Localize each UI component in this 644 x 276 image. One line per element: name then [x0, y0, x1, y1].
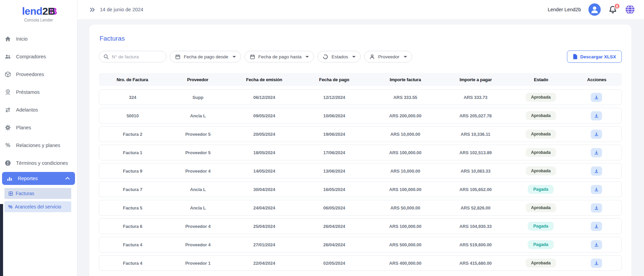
cell-importe-factura: ARS 10,000.00 — [370, 132, 441, 137]
cell-importe-pagar: ARS 52,826.00 — [441, 205, 510, 210]
download-icon — [594, 242, 599, 247]
cell-fecha-emision: 09/05/2024 — [230, 113, 299, 118]
terms-exclamation-icon — [4, 160, 11, 166]
cell-proveedor: Ancla L — [166, 187, 230, 192]
sidebar-item-planes[interactable]: Planes — [0, 119, 77, 136]
relations-percent-icon: % — [4, 142, 11, 149]
sidebar-item-label: Planes — [16, 125, 31, 130]
cell-proveedor: Proveedor 4 — [166, 224, 230, 229]
facturas-card: Facturas Fecha de pago desde — [89, 25, 631, 276]
filter-fecha-pago-desde[interactable]: Fecha de pago desde — [170, 51, 241, 62]
download-row-button[interactable] — [591, 166, 602, 176]
status-badge: Aprobada — [526, 111, 556, 120]
cell-fecha-emision: 30/04/2024 — [230, 187, 299, 192]
cell-nro-factura: Factura 9 — [99, 169, 166, 174]
table-row: Factura 4 Proveedor 4 27/01/2024 26/04/2… — [99, 237, 622, 252]
submenu-item-label: Aranceles del servicio — [15, 204, 61, 209]
col-header-estado: Estado — [510, 77, 571, 82]
filter-proveedor[interactable]: Proveedor — [364, 51, 412, 62]
cell-proveedor: Proveedor 4 — [166, 242, 230, 247]
chevron-down-icon — [233, 56, 236, 58]
filter-label: Fecha de pago hasta — [258, 54, 302, 59]
chevron-up-icon — [64, 175, 71, 182]
cell-proveedor: Proveedor 1 — [166, 261, 230, 266]
sidebar-item-compradores[interactable]: Compradores — [0, 48, 77, 66]
sidebar-item-reportes[interactable]: Reportes — [2, 172, 75, 185]
cell-importe-pagar: ARS 105,652.00 — [441, 187, 510, 192]
download-row-button[interactable] — [591, 259, 602, 268]
cell-proveedor: Proveedor 5 — [166, 132, 230, 137]
loans-coin-icon: $ — [4, 89, 11, 96]
status-badge: Aprobada — [526, 259, 556, 267]
status-badge: Aprobada — [526, 148, 556, 157]
cell-proveedor: Proveedor 4 — [166, 169, 230, 174]
table-row: Factura 9 Proveedor 4 14/05/2024 13/06/2… — [99, 163, 622, 179]
sidebar-item-label: Reportes — [18, 176, 38, 181]
cell-fecha-emision: 27/01/2024 — [230, 242, 299, 247]
download-row-button[interactable] — [591, 185, 602, 194]
table-row: Factura 7 Ancla L 30/04/2024 16/05/2024 … — [99, 181, 622, 197]
cell-nro-factura: Factura 1 — [99, 150, 166, 155]
download-row-button[interactable] — [591, 222, 602, 231]
suppliers-box-icon — [4, 71, 11, 78]
submenu-item-aranceles[interactable]: % Aranceles del servicio — [4, 201, 71, 212]
sidebar-item-prestamos[interactable]: $ Préstamos — [0, 83, 77, 101]
download-row-button[interactable] — [591, 93, 602, 102]
download-row-button[interactable] — [591, 203, 602, 213]
chevron-down-icon — [305, 56, 309, 58]
user-name: Lender Lend2b — [548, 7, 581, 12]
cell-importe-factura: ARS 100,000.00 — [370, 150, 441, 155]
invoice-search-box[interactable] — [99, 51, 166, 62]
table-body: 324 Supp 06/12/2024 12/12/2024 ARS 333.5… — [99, 89, 622, 271]
notifications-button[interactable]: 8 — [608, 5, 617, 14]
user-avatar[interactable] — [588, 3, 601, 16]
table-row: Factura 2 Proveedor 5 20/05/2024 19/06/2… — [99, 126, 622, 142]
download-xlsx-button[interactable]: Descargar XLSX — [567, 50, 622, 63]
invoices-grid-icon — [8, 191, 13, 196]
col-header-emision: Fecha de emisión — [229, 77, 299, 82]
cell-proveedor: Supp — [166, 95, 230, 100]
language-globe-button[interactable] — [625, 4, 635, 15]
cell-nro-factura: Factura 5 — [99, 205, 166, 210]
status-badge: Pagada — [528, 185, 554, 194]
download-row-button[interactable] — [591, 240, 602, 249]
cell-importe-factura: ARS 400,000.00 — [370, 261, 441, 266]
download-row-button[interactable] — [591, 111, 602, 120]
sidebar-item-terminos[interactable]: Términos y condiciones — [0, 154, 77, 172]
person-icon — [369, 54, 375, 60]
sidebar-expand-icon[interactable] — [89, 6, 96, 13]
status-badge: Aprobada — [526, 93, 556, 102]
col-header-proveedor: Proveedor — [166, 77, 229, 82]
document-icon — [573, 54, 578, 59]
cell-fecha-pago: 17/06/2024 — [299, 150, 370, 155]
brand-logo: lend2B Consola Lender — [0, 0, 77, 23]
submenu-item-facturas[interactable]: Facturas — [4, 188, 71, 199]
download-row-button[interactable] — [591, 148, 602, 157]
sidebar-scrollbar-thumb[interactable] — [0, 204, 3, 276]
cell-nro-factura: Factura 2 — [99, 132, 166, 137]
home-icon — [4, 35, 11, 42]
filter-fecha-pago-hasta[interactable]: Fecha de pago hasta — [244, 51, 314, 62]
cell-proveedor: Ancla L — [166, 113, 230, 118]
download-icon — [594, 261, 599, 266]
cell-proveedor: Ancla L — [166, 205, 230, 210]
sidebar-item-adelantos[interactable]: Adelantos — [0, 101, 77, 119]
cell-fecha-pago: 06/05/2024 — [299, 205, 370, 210]
filter-estados[interactable]: Estados — [317, 51, 361, 62]
download-icon — [594, 187, 599, 192]
cell-importe-factura: ARS 50,000.00 — [370, 205, 441, 210]
download-icon — [594, 205, 599, 210]
search-input[interactable] — [112, 54, 162, 59]
download-icon — [594, 169, 599, 174]
cell-importe-factura: ARS 500,000.00 — [370, 242, 441, 247]
cell-importe-pagar: ARS 519,600.00 — [441, 242, 510, 247]
col-header-importe-pagar: Importe a pagar — [441, 77, 510, 82]
sidebar-item-inicio[interactable]: Inicio — [0, 30, 77, 48]
sidebar-item-proveedores[interactable]: Proveedores — [0, 66, 77, 83]
sidebar-item-relaciones[interactable]: % Relaciones y planes — [0, 136, 77, 154]
fees-percent-icon: % — [8, 204, 12, 209]
cell-fecha-emision: 24/04/2024 — [230, 205, 299, 210]
sidebar-item-label: Proveedores — [16, 72, 44, 77]
download-icon — [594, 95, 599, 100]
download-row-button[interactable] — [591, 130, 602, 139]
